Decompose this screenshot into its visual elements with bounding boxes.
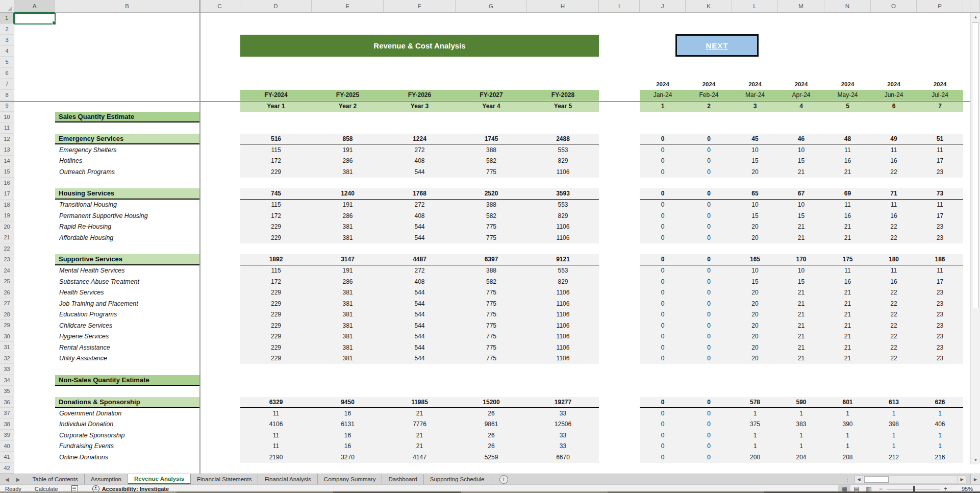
cell-sliver-41[interactable]: [963, 452, 970, 463]
cell-I30[interactable]: [599, 331, 640, 342]
cell-E1[interactable]: [312, 13, 384, 24]
cell-G7[interactable]: [456, 79, 527, 90]
cell-I29[interactable]: [599, 320, 640, 331]
cell-A31[interactable]: [14, 342, 55, 353]
cell-B36[interactable]: Donations & Sponsorship: [55, 397, 199, 408]
cell-H38[interactable]: 12506: [527, 419, 599, 430]
cell-A16[interactable]: [14, 178, 55, 189]
cell-G24[interactable]: 388: [456, 265, 527, 277]
cell-sliver-16[interactable]: [963, 178, 970, 189]
cell-F9[interactable]: Year 3: [384, 101, 456, 112]
cell-P31[interactable]: 23: [917, 342, 963, 353]
cell-M4[interactable]: [778, 46, 824, 57]
cell-L5[interactable]: [732, 57, 778, 68]
cell-A26[interactable]: [14, 287, 55, 299]
cell-K30[interactable]: 0: [686, 331, 732, 342]
cell-G36[interactable]: 15200: [456, 397, 527, 408]
cell-sliver-42[interactable]: [963, 463, 970, 474]
cell-P13[interactable]: 11: [917, 144, 963, 156]
row-header-7[interactable]: 7: [0, 79, 14, 90]
cell-K34[interactable]: [686, 375, 732, 386]
cell-G9[interactable]: Year 4: [456, 101, 527, 112]
cell-K38[interactable]: 0: [686, 419, 732, 430]
cell-L14[interactable]: 15: [732, 156, 778, 167]
scroll-left-icon[interactable]: ◀: [855, 476, 863, 483]
sheet-tab-supporting-schedule[interactable]: Supporting Schedule: [424, 474, 491, 484]
vertical-scrollbar[interactable]: ▲ ▼: [970, 13, 980, 464]
cell-B29[interactable]: Childcare Services: [55, 320, 199, 331]
cell-N12[interactable]: 48: [824, 134, 871, 145]
cell-H41[interactable]: 6670: [527, 452, 599, 463]
cell-A41[interactable]: [14, 452, 55, 463]
cell-J19[interactable]: 0: [640, 210, 686, 221]
cell-N17[interactable]: 69: [824, 188, 871, 200]
cell-K11[interactable]: [686, 122, 732, 134]
cell-E24[interactable]: 191: [312, 265, 384, 277]
cell-G6[interactable]: [456, 68, 527, 79]
cell-N11[interactable]: [824, 122, 871, 134]
cell-O38[interactable]: 398: [871, 419, 917, 430]
cell-F23[interactable]: 4487: [384, 254, 456, 265]
cell-D13[interactable]: 115: [240, 144, 312, 156]
row-header-39[interactable]: 39: [0, 430, 14, 441]
cell-I39[interactable]: [599, 430, 640, 441]
cell-K6[interactable]: [686, 68, 732, 79]
cell-P2[interactable]: [917, 24, 963, 35]
cell-N20[interactable]: 21: [824, 221, 871, 233]
cell-sliver-29[interactable]: [963, 320, 970, 331]
cell-D42[interactable]: [240, 463, 312, 474]
cell-F38[interactable]: 7776: [384, 419, 456, 430]
cell-sliver-20[interactable]: [963, 221, 970, 233]
cell-L36[interactable]: 578: [732, 397, 778, 408]
cell-E41[interactable]: 3270: [312, 452, 384, 463]
cell-F5[interactable]: [384, 57, 456, 68]
cell-E32[interactable]: 381: [312, 353, 384, 364]
row-header-19[interactable]: 19: [0, 210, 14, 221]
cell-L21[interactable]: 20: [732, 232, 778, 243]
cell-M22[interactable]: [778, 243, 824, 255]
cell-K2[interactable]: [686, 24, 732, 35]
cell-M8[interactable]: Apr-24: [778, 90, 824, 101]
cell-C40[interactable]: [199, 441, 240, 452]
cell-J29[interactable]: 0: [640, 320, 686, 331]
column-header-B[interactable]: B: [55, 0, 199, 13]
cell-J5[interactable]: [640, 57, 686, 68]
cell-M17[interactable]: 67: [778, 188, 824, 200]
cell-sliver-33[interactable]: [963, 364, 970, 375]
cell-P10[interactable]: [917, 112, 963, 123]
cell-P22[interactable]: [917, 243, 963, 255]
cell-F21[interactable]: 544: [384, 232, 456, 243]
cell-C3[interactable]: [199, 35, 240, 46]
cell-P14[interactable]: 17: [917, 156, 963, 167]
cell-N28[interactable]: 21: [824, 309, 871, 321]
cell-B22[interactable]: [55, 243, 199, 255]
cell-G32[interactable]: 775: [456, 353, 527, 364]
column-header-A[interactable]: A: [14, 0, 55, 13]
cell-E12[interactable]: 858: [312, 134, 384, 145]
cell-C25[interactable]: [199, 276, 240, 287]
cell-O27[interactable]: 22: [871, 298, 917, 309]
cell-N40[interactable]: 1: [824, 441, 871, 452]
cell-B40[interactable]: Fundraising Events: [55, 441, 199, 452]
cell-J25[interactable]: 0: [640, 276, 686, 287]
cell-O41[interactable]: 212: [871, 452, 917, 463]
cell-N36[interactable]: 601: [824, 397, 871, 408]
cell-F30[interactable]: 544: [384, 331, 456, 342]
cell-E35[interactable]: [312, 386, 384, 397]
cell-L11[interactable]: [732, 122, 778, 134]
cell-O2[interactable]: [871, 24, 917, 35]
cell-N24[interactable]: 11: [824, 265, 871, 277]
column-header-H[interactable]: H: [527, 0, 599, 13]
cell-N19[interactable]: 16: [824, 210, 871, 221]
cell-I40[interactable]: [599, 441, 640, 452]
cell-G41[interactable]: 5259: [456, 452, 527, 463]
cell-F13[interactable]: 272: [384, 144, 456, 156]
cell-F40[interactable]: 21: [384, 441, 456, 452]
cell-J13[interactable]: 0: [640, 144, 686, 156]
cell-C11[interactable]: [199, 122, 240, 134]
cell-A10[interactable]: [14, 112, 55, 123]
cell-C12[interactable]: [199, 134, 240, 145]
cell-C26[interactable]: [199, 287, 240, 299]
cell-O12[interactable]: 49: [871, 134, 917, 145]
cell-J20[interactable]: 0: [640, 221, 686, 233]
